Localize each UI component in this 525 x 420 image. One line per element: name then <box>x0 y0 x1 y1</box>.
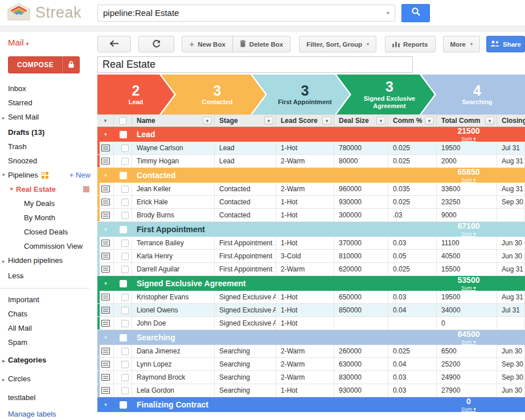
cell-comm[interactable]: 0.025 <box>388 142 437 154</box>
cell-stage[interactable]: Lead <box>215 155 276 167</box>
cell-name[interactable]: Lela Gordon <box>132 384 215 397</box>
table-row[interactable]: Erick HaleContacted1-Hot9300000.02523250… <box>97 196 525 209</box>
cell-total-comm[interactable]: 11100 <box>437 237 497 249</box>
table-row[interactable]: Dana JimenezSearching2-Warm2600000.02565… <box>97 345 525 358</box>
cell-deal-size[interactable]: 650000 <box>334 291 388 303</box>
row-checkbox[interactable] <box>121 186 129 193</box>
group-sum-dropdown[interactable]: Sum ▾ <box>461 136 476 142</box>
column-dropdown-button[interactable]: ▾ <box>425 117 434 125</box>
box-icon[interactable] <box>101 307 110 314</box>
cell-lead-score[interactable]: 3-Cold <box>276 250 334 262</box>
group-checkbox[interactable] <box>120 172 127 179</box>
table-row[interactable]: Karla HenryFirst Appointment3-Cold810000… <box>97 250 525 263</box>
cell-lead-score[interactable]: 2-Warm <box>276 155 334 167</box>
cell-name[interactable]: Terrance Bailey <box>132 237 215 249</box>
group-checkbox[interactable] <box>120 226 127 233</box>
search-dropdown-caret-icon[interactable]: ▾ <box>387 10 389 16</box>
cell-stage[interactable]: First Appointment <box>215 250 276 262</box>
box-icon[interactable] <box>101 361 110 368</box>
group-collapse-icon[interactable]: ▾ <box>97 227 114 232</box>
compose-button[interactable]: COMPOSE <box>8 56 62 73</box>
table-row[interactable]: John DoeSigned Exclusive Agreement1-Hot0 <box>97 317 525 330</box>
cell-closing[interactable]: Aug 31 <box>497 263 525 275</box>
more-button[interactable]: More ▾ <box>443 36 481 52</box>
table-row[interactable]: Raymond BrockSearching2-Warm8300000.0324… <box>97 371 525 384</box>
cell-comm[interactable]: 0.03 <box>388 384 437 397</box>
box-icon[interactable] <box>101 266 110 273</box>
column-header-total-comm[interactable]: Total Comm▾ <box>437 115 497 126</box>
cell-comm[interactable]: 0.025 <box>388 345 437 357</box>
cell-comm[interactable]: 0.025 <box>388 263 437 275</box>
cell-comm[interactable]: 0.03 <box>388 371 437 384</box>
cell-total-comm[interactable]: 15500 <box>437 263 497 275</box>
cell-stage[interactable]: Lead <box>215 142 276 154</box>
group-checkbox[interactable] <box>120 131 127 138</box>
sidebar-view-my-deals[interactable]: My Deals <box>0 196 97 211</box>
cell-name[interactable]: Karla Henry <box>132 250 215 262</box>
back-button[interactable] <box>97 36 131 52</box>
box-icon[interactable] <box>101 186 110 192</box>
box-icon[interactable] <box>101 320 110 327</box>
share-button[interactable]: Share <box>486 36 525 52</box>
cell-deal-size[interactable]: 930000 <box>334 384 388 397</box>
group-sum-dropdown[interactable]: Sum ▾ <box>461 177 476 183</box>
pipeline-title-input[interactable]: Real Estate <box>97 56 413 73</box>
row-checkbox[interactable] <box>121 266 129 273</box>
cell-lead-score[interactable]: 2-Warm <box>276 183 334 195</box>
cell-deal-size[interactable]: 780000 <box>334 142 388 154</box>
column-header-closing[interactable]: Closing <box>497 115 525 126</box>
cell-stage[interactable]: Contacted <box>215 183 276 195</box>
row-checkbox[interactable] <box>121 387 129 394</box>
column-dropdown-button[interactable]: ▾ <box>322 117 331 125</box>
cell-name[interactable]: Kristopher Evans <box>132 291 215 303</box>
box-icon[interactable] <box>101 158 110 164</box>
sidebar-item-all-mail[interactable]: All Mail <box>0 321 97 335</box>
group-header-signed-exclusive-agreement[interactable]: ▾Signed Exclusive Agreement53500Sum ▾ <box>97 276 525 291</box>
group-sum-dropdown[interactable]: Sum ▾ <box>461 285 476 291</box>
column-dropdown-button[interactable]: ▾ <box>203 117 212 125</box>
cell-closing[interactable]: Sep 30 <box>497 358 525 370</box>
box-icon[interactable] <box>101 374 110 381</box>
cell-name[interactable]: Brody Burns <box>132 209 215 221</box>
box-icon[interactable] <box>101 294 110 300</box>
cell-stage[interactable]: Searching <box>215 371 276 384</box>
sidebar-item-snoozed[interactable]: Snoozed <box>0 154 97 168</box>
cell-deal-size[interactable]: 810000 <box>334 250 388 262</box>
group-header-lead[interactable]: ▾Lead21500Sum ▾ <box>97 127 525 142</box>
group-collapse-icon[interactable]: ▾ <box>97 281 114 286</box>
new-box-button[interactable]: + New Box <box>182 36 232 52</box>
row-checkbox[interactable] <box>121 374 129 381</box>
cell-stage[interactable]: Signed Exclusive Agreement <box>215 304 276 316</box>
column-header-lead-score[interactable]: Lead Score▾ <box>276 115 334 126</box>
mail-menu[interactable]: Mail ▾ <box>0 36 97 47</box>
group-header-contacted[interactable]: ▾Contacted65850Sum ▾ <box>97 168 525 183</box>
cell-name[interactable]: Wayne Carlson <box>132 142 215 154</box>
table-row[interactable]: Wayne CarlsonLead1-Hot7800000.02519500Ju… <box>97 142 525 155</box>
cell-lead-score[interactable]: 2-Warm <box>276 371 334 384</box>
column-header-name[interactable]: Name▾ <box>132 115 215 126</box>
cell-deal-size[interactable] <box>334 317 388 330</box>
cell-comm[interactable]: 0.025 <box>388 196 437 208</box>
stage-searching[interactable]: 4 Searching <box>421 75 525 114</box>
cell-comm[interactable] <box>388 317 437 330</box>
column-header-deal-size[interactable]: Deal Size▾ <box>334 115 388 126</box>
group-sum-dropdown[interactable]: Sum ▾ <box>461 406 476 412</box>
filter-sort-group-button[interactable]: Filter, Sort, Group ▾ <box>299 36 376 52</box>
table-row[interactable]: Darrell AguilarFirst Appointment2-Warm62… <box>97 263 525 276</box>
cell-closing[interactable]: Aug 31 <box>497 291 525 303</box>
sidebar-item-real-estate[interactable]: ▾ Real Estate <box>0 182 97 196</box>
cell-name[interactable]: Jean Keller <box>132 183 215 195</box>
reports-button[interactable]: Reports <box>385 36 435 52</box>
cell-lead-score[interactable]: 1-Hot <box>276 142 334 154</box>
sidebar-item-drafts[interactable]: Drafts (13) <box>0 125 97 139</box>
cell-deal-size[interactable]: 300000 <box>334 209 388 221</box>
manage-labels-link[interactable]: Manage labels <box>0 407 97 420</box>
compose-lock-button[interactable] <box>62 56 80 73</box>
sidebar-item-sent-mail[interactable]: ▸Sent Mail <box>0 110 97 125</box>
cell-closing[interactable]: Sep 30 <box>497 371 525 384</box>
cell-deal-size[interactable]: 260000 <box>334 345 388 357</box>
search-button[interactable] <box>401 4 430 22</box>
sidebar-view-commission-view[interactable]: Commission View <box>0 239 97 253</box>
cell-deal-size[interactable]: 830000 <box>334 371 388 384</box>
group-header-first-appointment[interactable]: ▾First Appointment67100Sum ▾ <box>97 222 525 237</box>
